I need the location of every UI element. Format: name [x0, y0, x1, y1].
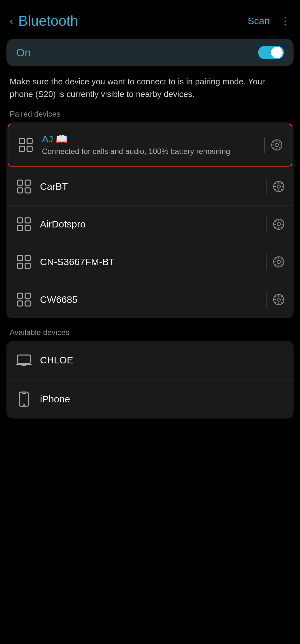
svg-line-55 — [275, 264, 276, 266]
svg-line-27 — [275, 189, 276, 190]
svg-point-74 — [23, 404, 25, 405]
device-info-carbt: CarBT — [40, 181, 261, 192]
device-settings-carbt[interactable] — [272, 179, 286, 194]
available-item-chloe[interactable]: CHLOE — [6, 341, 294, 380]
svg-rect-58 — [17, 301, 23, 306]
back-button[interactable]: ‹ — [10, 15, 13, 27]
available-devices-list: CHLOE iPhone — [6, 341, 294, 418]
device-divider-aj — [264, 137, 265, 153]
svg-rect-44 — [17, 263, 23, 268]
svg-line-10 — [273, 141, 275, 143]
device-divider-carbt — [266, 178, 266, 195]
svg-rect-16 — [17, 188, 23, 193]
svg-line-13 — [273, 148, 275, 149]
device-icon-cn-s3667fm-bt — [14, 252, 34, 272]
svg-rect-17 — [25, 188, 30, 193]
svg-line-39 — [281, 226, 283, 228]
device-name-cn-s3667fm-bt: CN-S3667FM-BT — [40, 256, 261, 267]
svg-line-68 — [281, 295, 283, 297]
svg-rect-29 — [25, 218, 30, 223]
svg-rect-56 — [17, 293, 23, 298]
svg-rect-42 — [17, 255, 23, 261]
svg-rect-70 — [17, 355, 30, 363]
svg-line-69 — [275, 302, 276, 303]
device-icon-cw6685 — [14, 290, 34, 309]
svg-rect-30 — [17, 226, 23, 231]
device-name-carbt: CarBT — [40, 181, 261, 192]
device-item-cw6685[interactable]: CW6685 — [6, 281, 294, 318]
svg-rect-2 — [19, 146, 24, 151]
more-options-button[interactable]: ⋮ — [280, 15, 290, 27]
svg-line-54 — [281, 258, 283, 259]
svg-line-12 — [279, 141, 281, 143]
device-item-airdotspro[interactable]: AirDotspro — [6, 206, 294, 243]
device-name-cw6685: CW6685 — [40, 294, 261, 305]
page-title: Bluetooth — [18, 13, 243, 29]
svg-rect-1 — [27, 139, 32, 144]
svg-point-5 — [275, 143, 278, 147]
svg-rect-3 — [27, 146, 32, 151]
svg-rect-59 — [25, 301, 30, 306]
available-devices-label: Available devices — [10, 328, 290, 337]
svg-rect-72 — [21, 364, 26, 366]
svg-line-52 — [275, 258, 276, 259]
device-icon-airdotspro — [14, 215, 34, 234]
svg-rect-31 — [25, 226, 30, 231]
device-item-carbt[interactable]: CarBT — [6, 168, 294, 206]
toggle-label: On — [16, 46, 31, 59]
svg-line-67 — [281, 302, 283, 303]
scan-button[interactable]: Scan — [248, 15, 270, 26]
device-divider-airdotspro — [266, 216, 266, 232]
svg-point-61 — [277, 298, 280, 301]
svg-point-47 — [277, 260, 280, 264]
device-settings-cw6685[interactable] — [272, 293, 286, 307]
svg-line-24 — [275, 182, 276, 184]
device-icon-carbt — [14, 177, 34, 196]
paired-devices-label: Paired devices — [10, 110, 290, 119]
device-name-aj: AJ 📖 — [42, 133, 259, 145]
device-info-cn-s3667fm-bt: CN-S3667FM-BT — [40, 256, 261, 267]
svg-rect-0 — [19, 139, 24, 144]
svg-rect-28 — [17, 218, 23, 223]
device-info-airdotspro: AirDotspro — [40, 219, 261, 230]
svg-line-26 — [281, 182, 283, 184]
device-icon-aj — [16, 135, 35, 155]
device-status-aj: Connected for calls and audio, 100% batt… — [42, 146, 259, 157]
header: ‹ Bluetooth Scan ⋮ — [0, 0, 300, 35]
bluetooth-toggle[interactable] — [258, 46, 284, 59]
phone-icon — [14, 389, 34, 409]
device-settings-aj[interactable] — [270, 138, 284, 152]
svg-line-40 — [281, 220, 283, 222]
svg-line-53 — [281, 264, 283, 266]
laptop-icon — [14, 351, 34, 370]
svg-line-38 — [275, 220, 276, 222]
svg-line-66 — [275, 295, 276, 297]
device-divider-cn-s3667fm-bt — [266, 254, 266, 270]
toggle-knob — [271, 47, 283, 58]
available-name-iphone: iPhone — [40, 394, 70, 405]
svg-rect-14 — [17, 180, 23, 185]
device-item-cn-s3667fm-bt[interactable]: CN-S3667FM-BT — [6, 243, 294, 281]
svg-rect-43 — [25, 255, 30, 261]
device-settings-cn-s3667fm-bt[interactable] — [272, 255, 286, 269]
available-item-iphone[interactable]: iPhone — [6, 380, 294, 418]
svg-rect-57 — [25, 293, 30, 298]
svg-point-19 — [277, 185, 280, 188]
svg-line-41 — [275, 226, 276, 228]
paired-devices-list: AJ 📖 Connected for calls and audio, 100%… — [6, 122, 294, 318]
device-settings-airdotspro[interactable] — [272, 217, 286, 231]
available-name-chloe: CHLOE — [40, 355, 73, 366]
info-text: Make sure the device you want to connect… — [10, 75, 290, 101]
device-info-cw6685: CW6685 — [40, 294, 261, 305]
bluetooth-toggle-section: On — [6, 39, 294, 66]
device-item-aj[interactable]: AJ 📖 Connected for calls and audio, 100%… — [8, 124, 292, 167]
svg-point-33 — [277, 223, 280, 226]
svg-line-25 — [281, 189, 283, 190]
svg-rect-45 — [25, 263, 30, 268]
svg-line-11 — [279, 148, 281, 149]
device-name-airdotspro: AirDotspro — [40, 219, 261, 230]
device-divider-cw6685 — [266, 292, 266, 308]
device-info-aj: AJ 📖 Connected for calls and audio, 100%… — [42, 133, 259, 157]
svg-rect-15 — [25, 180, 30, 185]
